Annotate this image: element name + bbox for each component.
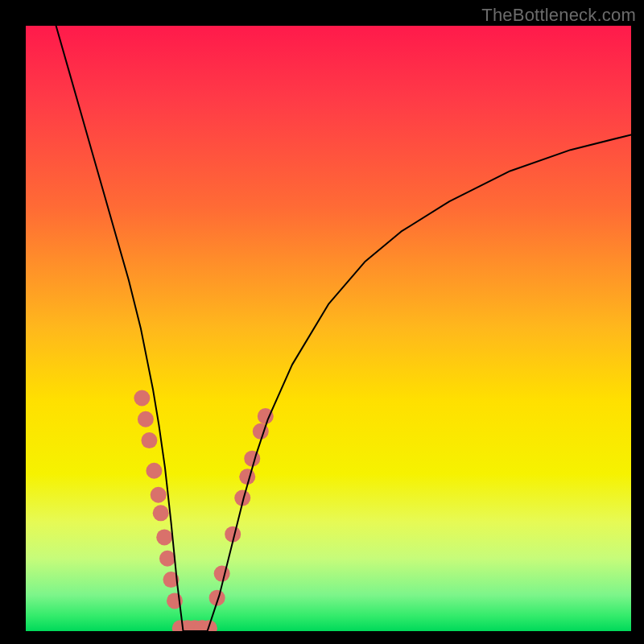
left-segment-dots-dot	[156, 529, 172, 545]
left-segment-dots-dot	[141, 432, 157, 448]
left-segment-dots-dot	[153, 505, 169, 521]
chart-background	[26, 26, 631, 631]
plot-area	[26, 26, 631, 631]
left-segment-dots-dot	[138, 411, 154, 427]
watermark-text: TheBottleneck.com	[481, 5, 636, 26]
chart-svg	[26, 26, 631, 631]
left-segment-dots-dot	[159, 551, 175, 567]
right-segment-dots-dot	[244, 451, 260, 467]
left-segment-dots-dot	[151, 487, 167, 503]
chart-frame: TheBottleneck.com	[0, 0, 644, 644]
right-segment-dots-dot	[214, 566, 230, 582]
left-segment-dots-dot	[146, 463, 162, 479]
left-segment-dots-dot	[134, 390, 150, 406]
